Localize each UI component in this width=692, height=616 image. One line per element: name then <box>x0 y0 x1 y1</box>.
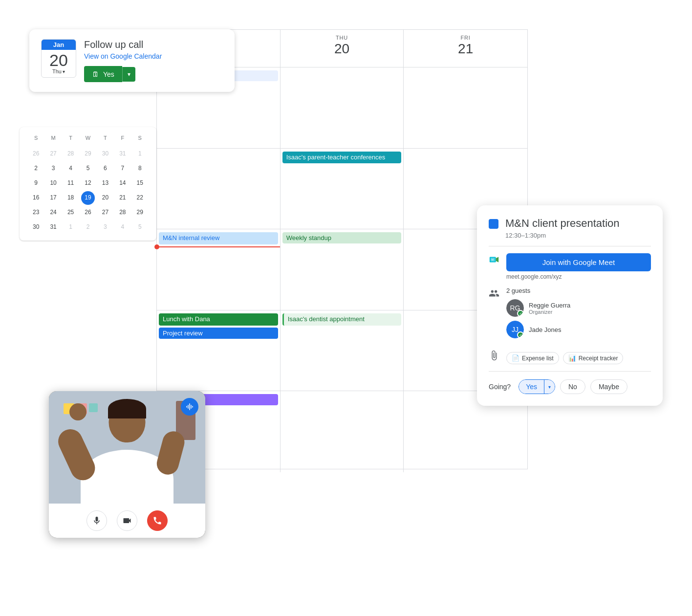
end-call-button[interactable] <box>147 510 168 531</box>
follow-up-title: Follow up call <box>84 39 223 50</box>
mini-day-5b[interactable]: 5 <box>133 220 147 234</box>
cal-row-4: Lunch with Dana Project review Isaac's d… <box>157 310 527 392</box>
mini-day-27a[interactable]: 27 <box>46 147 60 161</box>
meet-row: M Join with Google Meet meet.google.com/… <box>489 253 651 280</box>
mini-calendar: S M T W T F S 26 27 28 29 30 31 1 2 3 4 … <box>20 127 156 241</box>
event-lunch-dana[interactable]: Lunch with Dana <box>159 313 278 326</box>
attachments-row-container: 📄 Expense list 📊 Receipt tracker <box>489 349 651 364</box>
guest-row-1: RG ✓ Reggie Guerra Organizer <box>506 299 651 317</box>
mini-header-m: M <box>44 133 62 143</box>
mini-day-7[interactable]: 7 <box>116 162 130 176</box>
join-meet-button[interactable]: Join with Google Meet <box>506 253 651 271</box>
mini-day-30a[interactable]: 30 <box>98 147 112 161</box>
guest-role-1: Organizer <box>529 309 570 315</box>
event-detail-info: M&N client presentation 12:30–1:30pm <box>505 217 620 239</box>
follow-up-info: Follow up call View on Google Calendar 🗓… <box>84 39 223 82</box>
cal-cell-thu-3: Weekly standup <box>281 229 404 310</box>
mini-day-18[interactable]: 18 <box>64 191 78 205</box>
mini-day-26b[interactable]: 26 <box>81 206 95 220</box>
mini-day-17[interactable]: 17 <box>46 191 60 205</box>
mini-day-4b[interactable]: 4 <box>116 220 130 234</box>
mini-day-1a[interactable]: 1 <box>133 147 147 161</box>
mini-day-11[interactable]: 11 <box>64 176 78 190</box>
mini-day-27b[interactable]: 27 <box>98 206 112 220</box>
going-yes-dropdown[interactable]: ▾ <box>544 380 555 394</box>
expense-list-chip[interactable]: 📄 Expense list <box>506 352 559 364</box>
mini-day-24[interactable]: 24 <box>46 206 60 220</box>
mini-header-w: W <box>79 133 96 143</box>
video-content <box>49 391 205 504</box>
table-icon: 🗓 <box>92 70 99 78</box>
guest2-badge: ✓ <box>517 331 524 338</box>
mini-day-30[interactable]: 30 <box>29 220 43 234</box>
organizer-badge: ✓ <box>517 310 524 317</box>
mini-day-25[interactable]: 25 <box>64 206 78 220</box>
going-no-button[interactable]: No <box>560 379 585 394</box>
cal-icon-dow: Thu <box>42 68 76 77</box>
event-dentist[interactable]: Isaac's dentist appointment <box>282 313 402 326</box>
mini-day-26a[interactable]: 26 <box>29 147 43 161</box>
microphone-button[interactable] <box>86 510 107 531</box>
end-call-icon <box>152 516 162 526</box>
mini-day-20[interactable]: 20 <box>98 191 112 205</box>
going-yes-button[interactable]: Yes <box>519 380 544 394</box>
guest-name-2: Jade Jones <box>529 326 562 333</box>
mini-day-31b[interactable]: 31 <box>46 220 60 234</box>
mini-day-2[interactable]: 2 <box>29 162 43 176</box>
rsvp-yes-button[interactable]: 🗓 Yes <box>84 66 122 82</box>
guests-row: 2 guests RG ✓ Reggie Guerra Organizer JJ… <box>489 287 651 342</box>
meet-link: meet.google.com/xyz <box>506 273 651 280</box>
video-toggle-button[interactable] <box>117 510 137 531</box>
mini-day-4[interactable]: 4 <box>64 162 78 176</box>
mini-day-8[interactable]: 8 <box>133 162 147 176</box>
cal-cell-thu-5 <box>281 391 404 472</box>
event-parent-teacher[interactable]: Isaac's parent-teacher conferences <box>282 152 402 164</box>
mini-day-3b[interactable]: 3 <box>98 220 112 234</box>
mini-day-29b[interactable]: 29 <box>133 206 147 220</box>
mini-day-3[interactable]: 3 <box>46 162 60 176</box>
mini-day-9[interactable]: 9 <box>29 176 43 190</box>
mini-day-12[interactable]: 12 <box>81 176 95 190</box>
mini-day-31a[interactable]: 31 <box>116 147 130 161</box>
mini-day-14[interactable]: 14 <box>116 176 130 190</box>
mini-day-2b[interactable]: 2 <box>81 220 95 234</box>
view-on-calendar-link[interactable]: View on Google Calendar <box>84 52 223 60</box>
event-detail-header: M&N client presentation 12:30–1:30pm <box>489 217 651 239</box>
attachment-icon <box>489 350 499 361</box>
mini-day-28b[interactable]: 28 <box>116 206 130 220</box>
mini-cal-grid: 26 27 28 29 30 31 1 2 3 4 5 6 7 8 9 10 1… <box>27 147 149 235</box>
mini-day-22[interactable]: 22 <box>133 191 147 205</box>
mini-day-10[interactable]: 10 <box>46 176 60 190</box>
mini-day-29a[interactable]: 29 <box>81 147 95 161</box>
meet-content: Join with Google Meet meet.google.com/xy… <box>506 253 651 280</box>
person-hair <box>108 399 146 418</box>
cal-row-3: M&N internal review Weekly standup <box>157 229 527 310</box>
event-weekly-standup[interactable]: Weekly standup <box>282 232 402 243</box>
mini-day-13[interactable]: 13 <box>98 176 112 190</box>
mini-day-6[interactable]: 6 <box>98 162 112 176</box>
mini-day-21[interactable]: 21 <box>116 191 130 205</box>
mini-day-19[interactable]: 19 <box>81 191 95 205</box>
mini-day-15[interactable]: 15 <box>133 176 147 190</box>
mini-header-s2: S <box>131 133 149 143</box>
event-mn-internal[interactable]: M&N internal review <box>159 232 278 244</box>
guest-row-2: JJ ✓ Jade Jones <box>506 321 651 338</box>
mini-header-f: F <box>114 133 131 143</box>
mini-day-1b[interactable]: 1 <box>64 220 78 234</box>
thu-num: 20 <box>281 41 404 57</box>
rsvp-dropdown-button[interactable]: ▾ <box>122 67 135 82</box>
event-project-review[interactable]: Project review <box>159 328 278 339</box>
guest-avatar-1: RG ✓ <box>506 299 524 317</box>
guests-count: 2 guests <box>506 287 651 294</box>
person-arm-left <box>54 425 99 484</box>
receipt-tracker-chip[interactable]: 📊 Receipt tracker <box>563 352 624 364</box>
microphone-icon <box>92 516 102 526</box>
mini-day-5[interactable]: 5 <box>81 162 95 176</box>
going-section: Going? Yes ▾ No Maybe <box>489 371 651 394</box>
svg-marker-1 <box>496 257 499 263</box>
mini-day-16[interactable]: 16 <box>29 191 43 205</box>
mini-day-28a[interactable]: 28 <box>64 147 78 161</box>
mini-day-23[interactable]: 23 <box>29 206 43 220</box>
going-maybe-button[interactable]: Maybe <box>590 379 627 394</box>
fri-num: 21 <box>404 41 527 57</box>
